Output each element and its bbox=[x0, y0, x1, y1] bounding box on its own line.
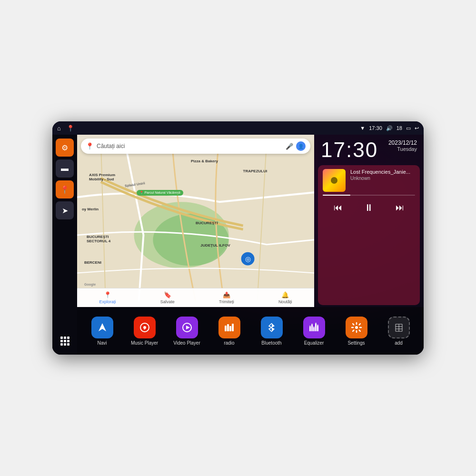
home-icon[interactable]: ⌂ bbox=[57, 125, 61, 132]
svg-rect-8 bbox=[67, 343, 69, 346]
map-saved-label: Salvate bbox=[160, 299, 175, 304]
add-icon bbox=[388, 317, 410, 338]
map-sidebar-btn[interactable]: 📍 bbox=[56, 180, 74, 198]
svg-rect-4 bbox=[64, 340, 66, 342]
music-title: Lost Frequencies_Janie... bbox=[350, 169, 415, 175]
svg-rect-5 bbox=[67, 340, 69, 342]
music-player-label: Music Player bbox=[131, 340, 158, 346]
location-icon[interactable]: 📍 bbox=[67, 125, 74, 132]
navi-icon bbox=[91, 317, 113, 338]
bluetooth-label: Bluetooth bbox=[261, 340, 281, 346]
nav-sidebar-btn[interactable]: ➤ bbox=[56, 201, 74, 219]
settings-icon bbox=[346, 317, 367, 338]
status-time: 17:30 bbox=[369, 125, 382, 131]
svg-rect-25 bbox=[311, 325, 313, 331]
music-controls: ⏮ ⏸ ⏭ bbox=[323, 198, 415, 217]
video-player-label: Video Player bbox=[173, 340, 200, 346]
status-bar: ⌂ 📍 ▼ 17:30 🔊 18 ▭ ↩ bbox=[52, 121, 424, 135]
sidebar: ⚙ ▬ 📍 ➤ bbox=[52, 135, 77, 355]
sound-icon: 🔊 bbox=[386, 125, 393, 131]
music-player-icon: ♪ bbox=[134, 317, 156, 338]
app-video-player[interactable]: Video Player bbox=[170, 317, 204, 346]
clock-time: 17:30 bbox=[321, 139, 378, 160]
map-pin-parc[interactable]: 📍 Parcul Natural Văcărești bbox=[137, 190, 183, 196]
svg-marker-19 bbox=[186, 326, 190, 329]
app-music-player[interactable]: ♪ Music Player bbox=[128, 317, 161, 346]
clock-widget: 17:30 2023/12/12 Tuesday bbox=[314, 135, 424, 163]
bluetooth-icon bbox=[261, 317, 283, 338]
app-navi[interactable]: Navi bbox=[86, 317, 119, 346]
svg-rect-2 bbox=[67, 337, 69, 339]
clock-day: Tuesday bbox=[388, 146, 417, 152]
map-widget[interactable]: ◎ AXIS PremiumMobility - Sud Pizza & Bak… bbox=[77, 135, 314, 307]
radio-label: radio bbox=[224, 340, 234, 346]
map-user-icon[interactable]: 👤 bbox=[296, 141, 306, 151]
svg-rect-1 bbox=[64, 337, 66, 339]
music-album-art bbox=[323, 169, 346, 192]
pause-btn[interactable]: ⏸ bbox=[362, 200, 376, 215]
svg-rect-31 bbox=[313, 327, 315, 327]
music-widget: Lost Frequencies_Janie... Unknown ⏮ ⏸ ⏭ bbox=[318, 165, 420, 305]
map-explore-btn[interactable]: 📍 Explorați bbox=[99, 291, 116, 304]
files-sidebar-btn[interactable]: ▬ bbox=[56, 159, 74, 178]
svg-rect-29 bbox=[309, 326, 311, 327]
right-panel: 17:30 2023/12/12 Tuesday Lost Frequencie… bbox=[314, 135, 424, 307]
svg-rect-3 bbox=[60, 340, 63, 342]
app-radio[interactable]: radio bbox=[213, 317, 246, 346]
music-artist: Unknown bbox=[350, 176, 415, 181]
equalizer-icon bbox=[303, 317, 325, 338]
content-area: ◎ AXIS PremiumMobility - Sud Pizza & Bak… bbox=[77, 135, 424, 355]
svg-rect-23 bbox=[232, 324, 234, 331]
maps-google-icon: 📍 bbox=[86, 142, 94, 150]
back-icon[interactable]: ↩ bbox=[415, 125, 419, 131]
map-search-placeholder[interactable]: Căutați aici bbox=[97, 143, 283, 149]
navi-label: Navi bbox=[97, 340, 107, 346]
svg-marker-14 bbox=[99, 323, 106, 331]
clock-date: 2023/12/12 Tuesday bbox=[388, 139, 417, 152]
svg-point-34 bbox=[355, 326, 358, 329]
add-label: add bbox=[395, 340, 403, 346]
music-progress-fill bbox=[323, 195, 350, 196]
map-news-btn[interactable]: 🔔 Noutăți bbox=[278, 291, 292, 304]
next-track-btn[interactable]: ⏭ bbox=[394, 201, 406, 215]
svg-rect-27 bbox=[315, 324, 317, 331]
map-bottom-bar: 📍 Explorați 🔖 Salvate 📤 Trimiteți � bbox=[77, 288, 314, 307]
svg-rect-20 bbox=[225, 326, 227, 331]
settings-label: Settings bbox=[347, 340, 365, 346]
battery-level: 18 bbox=[397, 125, 402, 131]
svg-rect-28 bbox=[317, 326, 318, 331]
svg-rect-33 bbox=[317, 325, 318, 326]
top-row: ◎ AXIS PremiumMobility - Sud Pizza & Bak… bbox=[77, 135, 424, 307]
svg-rect-7 bbox=[64, 343, 66, 346]
video-player-icon bbox=[176, 317, 198, 338]
svg-rect-21 bbox=[227, 324, 229, 331]
svg-rect-0 bbox=[60, 337, 63, 339]
svg-rect-6 bbox=[60, 343, 63, 346]
settings-sidebar-btn[interactable]: ⚙ bbox=[56, 139, 74, 157]
map-share-label: Trimiteți bbox=[219, 299, 234, 304]
music-progress-bar[interactable] bbox=[323, 195, 415, 196]
grid-sidebar-btn[interactable] bbox=[56, 332, 74, 350]
svg-rect-22 bbox=[229, 326, 231, 331]
map-saved-btn[interactable]: 🔖 Salvate bbox=[160, 291, 175, 304]
app-drawer: Navi ♪ Music Player bbox=[77, 307, 424, 355]
svg-rect-30 bbox=[311, 324, 313, 325]
app-add[interactable]: add bbox=[382, 317, 416, 346]
svg-rect-26 bbox=[313, 327, 315, 331]
equalizer-label: Equalizer bbox=[304, 340, 324, 346]
main-screen: ⚙ ▬ 📍 ➤ bbox=[52, 135, 424, 355]
prev-track-btn[interactable]: ⏮ bbox=[332, 201, 344, 215]
svg-text:♪: ♪ bbox=[143, 326, 146, 331]
clock-date-value: 2023/12/12 bbox=[388, 139, 417, 146]
app-bluetooth[interactable]: Bluetooth bbox=[255, 317, 288, 346]
map-mic-icon[interactable]: 🎤 bbox=[286, 143, 293, 150]
wifi-icon: ▼ bbox=[360, 125, 365, 131]
radio-icon bbox=[218, 317, 240, 338]
svg-rect-32 bbox=[315, 323, 317, 324]
app-settings[interactable]: Settings bbox=[340, 317, 373, 346]
svg-rect-24 bbox=[309, 327, 311, 331]
map-share-btn[interactable]: 📤 Trimiteți bbox=[219, 291, 234, 304]
svg-text:◎: ◎ bbox=[245, 255, 251, 263]
app-equalizer[interactable]: Equalizer bbox=[298, 317, 331, 346]
map-search-bar[interactable]: 📍 Căutați aici 🎤 👤 bbox=[81, 139, 310, 154]
